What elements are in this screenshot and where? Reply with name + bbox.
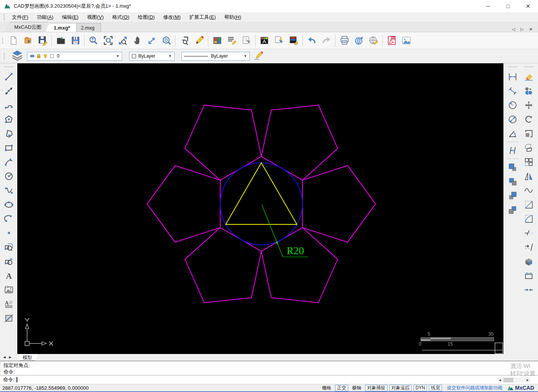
draworder-front-icon[interactable]: [505, 160, 520, 174]
status-toggle-7[interactable]: 线宽: [429, 385, 442, 391]
tab-scroll-left-icon[interactable]: ◁: [512, 27, 515, 32]
zoom-extents-icon[interactable]: [115, 33, 130, 48]
linetype-edit-icon[interactable]: [224, 33, 239, 48]
menu-8[interactable]: 扩展工具(E): [185, 13, 220, 22]
fillet-line-icon[interactable]: [521, 197, 536, 212]
layer-settings-icon[interactable]: [210, 33, 224, 48]
text-icon[interactable]: A: [2, 268, 16, 283]
circle-icon[interactable]: [2, 169, 16, 183]
draw-edit-icon[interactable]: [192, 33, 206, 48]
layout-prev-icon[interactable]: ◀: [2, 354, 7, 361]
redo-icon[interactable]: [319, 33, 334, 48]
polygon-icon[interactable]: [2, 112, 16, 126]
dim-angular-icon[interactable]: [505, 126, 520, 141]
polyline-icon[interactable]: [2, 98, 16, 112]
match-properties-icon[interactable]: [286, 33, 301, 48]
menu-4[interactable]: 视图(V): [83, 13, 108, 22]
spline-icon[interactable]: [2, 183, 16, 197]
scrollbar-thumb[interactable]: [503, 378, 513, 382]
save-edit-icon[interactable]: [35, 33, 50, 48]
maximize-icon[interactable]: □: [498, 0, 518, 12]
menu-1[interactable]: 文件(F): [8, 13, 33, 22]
dim-aligned-icon[interactable]: [505, 84, 520, 98]
trim-icon[interactable]: [521, 226, 536, 240]
offset-icon[interactable]: [521, 141, 536, 155]
arc-icon[interactable]: [2, 155, 16, 169]
image-icon[interactable]: [2, 283, 16, 297]
status-toggle-6[interactable]: DYN: [413, 385, 427, 391]
web-publish-icon[interactable]: [352, 33, 366, 48]
fit-curve-icon[interactable]: [521, 183, 536, 197]
array-icon[interactable]: [521, 155, 536, 169]
command-input[interactable]: 命令:: [0, 375, 538, 384]
doc-tab-1[interactable]: MxCAD云图: [4, 22, 48, 32]
extend-icon[interactable]: [521, 240, 536, 254]
status-toggle-1[interactable]: 栅格: [320, 385, 333, 391]
dim-radius-icon[interactable]: [505, 98, 520, 112]
measure-axes-icon[interactable]: [144, 33, 159, 48]
stretch-icon[interactable]: [521, 268, 536, 283]
draw-settings-icon[interactable]: [254, 50, 264, 62]
text-style-icon[interactable]: A: [2, 297, 16, 311]
insert-block-icon[interactable]: [2, 240, 16, 254]
fillet-arc-icon[interactable]: [521, 212, 536, 226]
quick-select-icon[interactable]: [272, 33, 286, 48]
draworder-below-icon[interactable]: [505, 203, 520, 217]
line-icon[interactable]: [2, 69, 16, 84]
scroll-right-icon[interactable]: ►: [525, 378, 530, 382]
new-file-icon[interactable]: [6, 33, 21, 48]
join-icon[interactable]: [521, 283, 536, 297]
mirror-icon[interactable]: [521, 169, 536, 183]
menu-5[interactable]: 格式(O): [108, 13, 134, 22]
move-icon[interactable]: [521, 98, 536, 112]
text-color-style-icon[interactable]: [257, 33, 272, 48]
command-scrollbar[interactable]: ◄ ►: [497, 377, 530, 383]
point-icon[interactable]: [2, 226, 16, 240]
layout-next-icon[interactable]: ▶: [7, 354, 13, 361]
view-previous-icon[interactable]: [177, 33, 192, 48]
dim-linear-icon[interactable]: [505, 69, 520, 84]
status-toggle-2[interactable]: 正交: [335, 385, 348, 391]
copy-icon[interactable]: [521, 84, 536, 98]
ellipse-icon[interactable]: [2, 197, 16, 212]
status-toggle-5[interactable]: 对象追踪: [389, 385, 412, 391]
create-block-icon[interactable]: [2, 254, 16, 268]
layer-select[interactable]: 0 ▼: [27, 52, 122, 61]
doc-tab-2[interactable]: 1.mxg*: [46, 23, 77, 32]
export-image-icon[interactable]: [399, 33, 413, 48]
tab-close-icon[interactable]: ✕: [529, 27, 533, 32]
zoom-center-icon[interactable]: [159, 33, 174, 48]
menu-9[interactable]: 帮助(H): [220, 13, 246, 22]
export-pdf-icon[interactable]: PDF: [384, 33, 399, 48]
scale-icon[interactable]: [521, 126, 536, 141]
erase-icon[interactable]: [521, 69, 536, 84]
drawing-canvas[interactable]: R20535015: [17, 63, 503, 354]
ellipse-arc-icon[interactable]: [2, 212, 16, 226]
page-setup-icon[interactable]: [239, 33, 254, 48]
hatch-icon[interactable]: [2, 311, 16, 325]
color-select[interactable]: ByLayer ▼: [129, 52, 174, 61]
print-icon[interactable]: [337, 33, 352, 48]
save-as-icon[interactable]: [68, 33, 83, 48]
draworder-above-icon[interactable]: [505, 189, 520, 203]
layers-icon[interactable]: [12, 50, 23, 63]
minimize-icon[interactable]: ─: [478, 0, 498, 12]
explode-icon[interactable]: [521, 254, 536, 268]
status-toggle-3[interactable]: 极轴: [350, 385, 363, 391]
open-project-icon[interactable]: [21, 33, 35, 48]
status-toggle-4[interactable]: 对象捕捉: [365, 385, 387, 391]
construction-line-icon[interactable]: [2, 84, 16, 98]
menu-7[interactable]: 修改(M): [159, 13, 185, 22]
open-file-icon[interactable]: [53, 33, 68, 48]
draworder-back-icon[interactable]: [505, 174, 520, 189]
zoom-window-icon[interactable]: [101, 33, 115, 48]
linetype-select[interactable]: ByLayer ▼: [181, 52, 250, 61]
menu-2[interactable]: 功能(A): [33, 13, 58, 22]
scroll-left-icon[interactable]: ◄: [497, 378, 503, 382]
undo-icon[interactable]: [304, 33, 319, 48]
doc-tab-3[interactable]: 2.mxg: [74, 23, 101, 32]
dim-continue-icon[interactable]: [505, 143, 520, 157]
web-edit-icon[interactable]: [366, 33, 381, 48]
close-icon[interactable]: ✕: [518, 0, 538, 12]
menu-6[interactable]: 绘图(D): [134, 13, 159, 22]
